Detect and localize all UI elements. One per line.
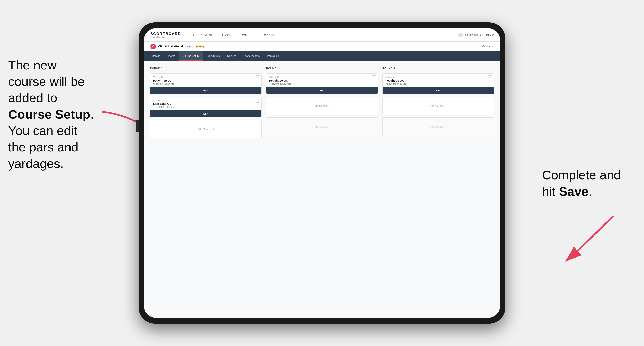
annotation-right-save-bold: Save [559, 184, 588, 198]
nav-tournaments[interactable]: TOURNAMENTS [189, 28, 218, 41]
round-2-title: Round 2 [266, 67, 378, 70]
round-2-add-course-label: Add Course [314, 104, 328, 107]
tab-bar: Details Teams Course Setup Tee Groups Re… [144, 51, 500, 61]
round-2-add-course-disabled: Add Course + [266, 117, 378, 136]
logo-area: SCOREBOARD Powered by clippd [150, 32, 181, 38]
tab-printables[interactable]: Printables [263, 51, 282, 61]
nav-committee[interactable]: COMMITTEE [235, 28, 259, 41]
nav-rankings[interactable]: RANKINGS [259, 28, 281, 41]
round-3-course-a-delete[interactable]: □ [488, 75, 492, 79]
round-2-add-course-disabled-label: Add Course [314, 125, 328, 128]
nav-right: blair@clippd.io | Sign out [458, 32, 494, 37]
round-3-add-course-button[interactable]: Add Course + [382, 97, 494, 115]
round-2-course-a-edit-button[interactable]: Edit [266, 87, 378, 94]
round-1-add-course-button[interactable]: Add Course + [150, 120, 262, 138]
tournament-bar: C Clippd Invitational Men Hosting Cancel… [144, 41, 500, 51]
round-1-course-b-edit-button[interactable]: Edit [150, 110, 262, 117]
tab-results[interactable]: Results [224, 51, 240, 61]
round-3-add-course-plus-icon: + [445, 104, 447, 107]
round-1-course-a-details: Yellow (M) (6629 yds) [153, 83, 258, 85]
tab-course-setup[interactable]: Course Setup [179, 51, 202, 61]
round-1-course-b-card: □ (Course B) East Lake GC Black (M) (689… [150, 97, 262, 117]
tablet-frame: SCOREBOARD Powered by clippd TOURNAMENTS… [138, 22, 506, 324]
round-2-add-course-button[interactable]: Add Course + [266, 97, 378, 115]
nav-teams[interactable]: TEAMS [218, 28, 235, 41]
round-3-course-a-edit-button[interactable]: Edit [382, 87, 494, 94]
round-3-course-a-details: Yellow (M) (6629 yds) [386, 83, 491, 85]
round-1-course-b-label: (Course B) [153, 99, 258, 102]
cancel-button[interactable]: Cancel ✕ [482, 45, 494, 48]
round-1-add-course-label: Add Course [198, 128, 212, 131]
annotation-line6: the pars and [8, 140, 78, 154]
annotation-right: Complete and hit Save. [542, 167, 628, 200]
round-3-add-course-disabled-label: Add Course [430, 125, 444, 128]
tab-teams[interactable]: Teams [164, 51, 179, 61]
tournament-name: Clippd Invitational [158, 45, 183, 48]
round-3-course-a-name: Peachtree GC [386, 79, 491, 82]
tournament-info: C Clippd Invitational Men Hosting [150, 43, 206, 49]
round-2-column: Round 2 □ (Course A) Peachtree GC Yellow… [266, 67, 378, 138]
round-2-course-a-name: Peachtree GC [269, 79, 375, 82]
round-2-add-course-disabled-plus-icon: + [329, 125, 330, 128]
annotation-line1: The new [8, 58, 57, 72]
round-3-column: Round 3 □ (Course A) Peachtree GC Yellow… [382, 67, 494, 138]
round-1-add-course-plus-icon: + [213, 128, 214, 131]
logo-sub: Powered by clippd [150, 36, 181, 38]
annotation-right-line2: hit [542, 184, 559, 198]
round-2-course-a-label: (Course A) [269, 76, 375, 78]
main-content: Round 1 □ (Course A) Peachtree GC Yellow… [144, 61, 500, 318]
round-1-column: Round 1 □ (Course A) Peachtree GC Yellow… [150, 67, 262, 138]
scoreboard-logo: SCOREBOARD [150, 32, 181, 36]
annotation-line7: yardages. [8, 157, 64, 171]
round-2-add-course-plus-icon: + [329, 104, 330, 107]
annotation-right-line1: Complete and [542, 168, 621, 182]
rounds-grid: Round 1 □ (Course A) Peachtree GC Yellow… [150, 67, 494, 138]
round-2-course-a-details: Yellow (M) (6629 yds) [269, 83, 375, 85]
annotation-line5: You can edit [8, 124, 77, 138]
round-3-course-a-card: □ (Course A) Peachtree GC Yellow (M) (66… [382, 73, 494, 94]
round-1-title: Round 1 [150, 67, 262, 70]
tablet-side-button [136, 120, 138, 132]
round-2-course-a-card: □ (Course A) Peachtree GC Yellow (M) (66… [266, 73, 378, 94]
round-1-course-a-delete[interactable]: □ [256, 75, 260, 79]
round-1-course-a-label: (Course A) [153, 76, 258, 78]
hosting-badge: Hosting [195, 45, 206, 48]
round-1-course-b-details: Black (M) (6891 yds) [153, 106, 258, 108]
annotation-line2: course will be [8, 74, 85, 89]
tab-details[interactable]: Details [148, 51, 164, 61]
user-avatar [458, 32, 463, 37]
tournament-logo: C [150, 43, 156, 49]
tab-tee-groups[interactable]: Tee Groups [202, 51, 224, 61]
round-2-course-a-delete[interactable]: □ [372, 75, 376, 79]
nav-items: TOURNAMENTS TEAMS COMMITTEE RANKINGS [189, 28, 458, 41]
tablet-screen: SCOREBOARD Powered by clippd TOURNAMENTS… [144, 28, 500, 318]
round-1-course-a-name: Peachtree GC [153, 79, 258, 82]
round-3-add-course-label: Add Course [430, 104, 444, 107]
round-3-add-course-disabled-plus-icon: + [445, 125, 447, 128]
sign-out-link[interactable]: Sign out [485, 34, 494, 36]
gender-badge: Men [185, 45, 192, 48]
top-nav: SCOREBOARD Powered by clippd TOURNAMENTS… [144, 28, 500, 41]
round-1-course-a-card: □ (Course A) Peachtree GC Yellow (M) (66… [150, 73, 262, 94]
annotation-line3: added to [8, 91, 57, 105]
annotation-course-setup-bold: Course Setup [8, 107, 90, 121]
round-1-course-b-name: East Lake GC [153, 102, 258, 105]
tab-leaderboards[interactable]: Leaderboards [240, 51, 263, 61]
round-3-add-course-disabled: Add Course + [382, 117, 494, 136]
arrow-right [560, 212, 618, 265]
round-3-title: Round 3 [382, 67, 494, 70]
cancel-icon: ✕ [491, 45, 494, 48]
round-3-course-a-label: (Course A) [386, 76, 491, 78]
user-email: blair@clippd.io [465, 34, 481, 36]
round-1-course-b-delete[interactable]: □ [256, 99, 260, 103]
round-1-course-a-edit-button[interactable]: Edit [150, 87, 262, 94]
